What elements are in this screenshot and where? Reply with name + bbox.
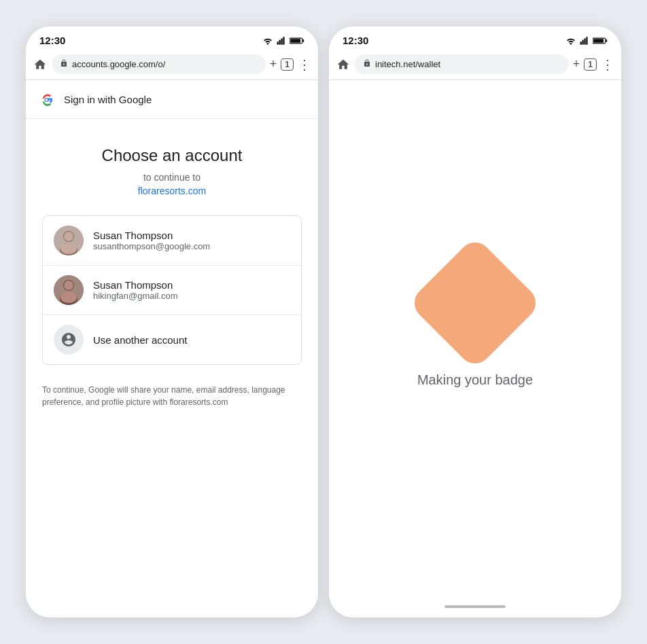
- lock-icon-right: [363, 58, 371, 70]
- new-tab-icon[interactable]: +: [270, 57, 277, 71]
- chooser-title: Choose an account: [102, 146, 243, 165]
- status-bar-left: 12:30: [26, 26, 318, 50]
- url-right: initech.net/wallet: [375, 59, 440, 69]
- account-info-2: Susan Thompson hikingfan@gmail.com: [93, 279, 177, 301]
- use-another-account[interactable]: Use another account: [43, 315, 301, 364]
- svg-rect-19: [580, 41, 582, 45]
- phones-container: 12:30: [0, 13, 647, 631]
- account-name-2: Susan Thompson: [93, 279, 177, 291]
- wifi-icon-right: [565, 36, 576, 46]
- svg-rect-1: [279, 39, 281, 44]
- account-item-2[interactable]: Susan Thompson hikingfan@gmail.com: [43, 266, 301, 315]
- battery-icon: [290, 36, 304, 46]
- home-icon-right[interactable]: [336, 57, 351, 72]
- account-chooser-body: Choose an account to continue to florare…: [26, 119, 318, 425]
- more-icon-left[interactable]: ⋮: [298, 56, 311, 73]
- avatar-1: [54, 226, 84, 255]
- svg-rect-22: [586, 37, 587, 45]
- privacy-note: To continue, Google will share your name…: [42, 384, 302, 408]
- google-signin-text: Sign in with Google: [64, 94, 152, 105]
- account-list: Susan Thompson susanthompson@google.com: [42, 215, 302, 365]
- signal-icon-right: [580, 36, 589, 46]
- account-email-2: hikingfan@gmail.com: [93, 291, 177, 301]
- google-logo: G: [38, 90, 57, 109]
- status-time-right: 12:30: [343, 35, 368, 46]
- lock-icon-left: [60, 58, 68, 70]
- svg-rect-0: [277, 41, 279, 45]
- svg-point-18: [60, 292, 77, 303]
- badge-page: Making your badge: [329, 80, 621, 618]
- svg-rect-20: [582, 39, 584, 44]
- avatar-2: [54, 275, 84, 305]
- url-left: accounts.google.com/o/: [72, 59, 165, 69]
- home-icon[interactable]: [33, 57, 48, 72]
- account-email-1: susanthompson@google.com: [93, 241, 210, 251]
- use-another-icon: [54, 325, 84, 355]
- account-item-1[interactable]: Susan Thompson susanthompson@google.com: [43, 216, 301, 266]
- badge-diamond: [408, 236, 542, 370]
- address-bar-left[interactable]: accounts.google.com/o/: [52, 54, 266, 74]
- svg-point-12: [64, 232, 73, 241]
- browser-bar-left[interactable]: accounts.google.com/o/ + 1 ⋮: [26, 50, 318, 80]
- svg-rect-24: [606, 39, 607, 42]
- left-phone: 12:30: [26, 26, 318, 618]
- badge-text: Making your badge: [417, 372, 533, 388]
- status-icons-right: [565, 36, 608, 46]
- svg-text:G: G: [44, 96, 50, 103]
- svg-rect-6: [290, 39, 300, 43]
- browser-actions-left[interactable]: + 1 ⋮: [270, 56, 311, 73]
- tab-count-left[interactable]: 1: [281, 58, 294, 71]
- status-bar-right: 12:30: [329, 26, 621, 50]
- browser-bar-right[interactable]: initech.net/wallet + 1 ⋮: [329, 50, 621, 80]
- battery-icon-right: [593, 36, 608, 46]
- svg-point-17: [64, 281, 73, 290]
- chooser-domain: floraresorts.com: [138, 185, 206, 196]
- account-info-1: Susan Thompson susanthompson@google.com: [93, 230, 210, 251]
- page-content-left: G Sign in with Google Choose an account …: [26, 80, 318, 618]
- google-header: G Sign in with Google: [26, 80, 318, 119]
- svg-rect-5: [302, 39, 304, 42]
- svg-rect-21: [584, 38, 585, 44]
- new-tab-icon-right[interactable]: +: [573, 57, 580, 71]
- svg-rect-3: [283, 37, 284, 45]
- use-another-label: Use another account: [93, 334, 187, 346]
- signal-icon: [277, 36, 286, 46]
- right-phone: 12:30: [329, 26, 621, 618]
- bottom-handle-right: [444, 605, 506, 608]
- browser-actions-right[interactable]: + 1 ⋮: [573, 56, 614, 73]
- status-icons-left: [262, 36, 304, 46]
- tab-count-right[interactable]: 1: [584, 58, 597, 71]
- svg-point-13: [60, 243, 77, 254]
- address-bar-right[interactable]: initech.net/wallet: [355, 54, 569, 74]
- status-time-left: 12:30: [39, 35, 65, 46]
- svg-rect-2: [281, 38, 282, 44]
- chooser-subtitle: to continue to: [143, 172, 200, 183]
- account-name-1: Susan Thompson: [93, 230, 210, 241]
- more-icon-right[interactable]: ⋮: [601, 56, 614, 73]
- svg-rect-25: [593, 39, 604, 43]
- wifi-icon: [262, 36, 273, 46]
